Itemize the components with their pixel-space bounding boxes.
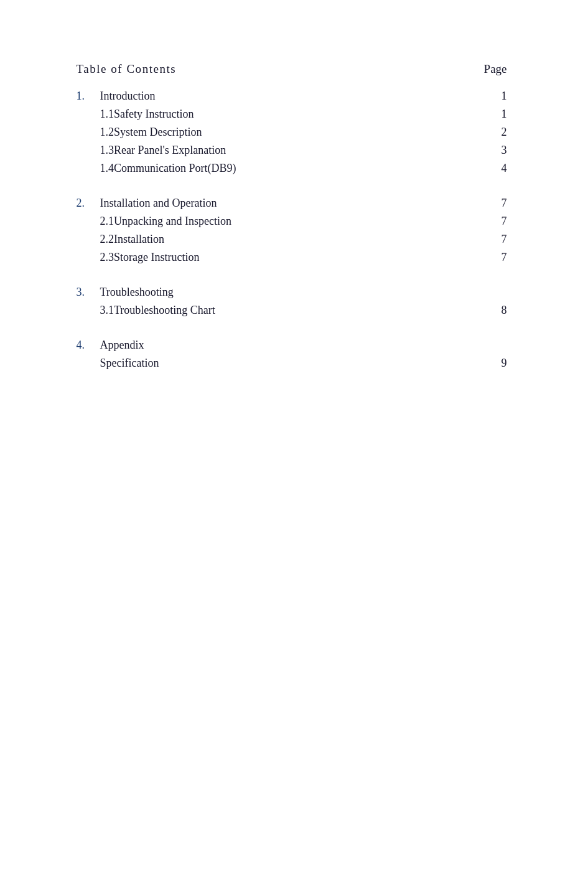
section-1-3: 1.3 Rear Panel's Explanation 3 <box>77 144 512 157</box>
section-1-4-page: 4 <box>493 162 512 175</box>
section-1-2: 1.2 System Description 2 <box>77 126 512 139</box>
section-1-2-title: System Description <box>114 126 493 139</box>
section-3-main: 3. Troubleshooting <box>77 286 512 299</box>
section-1-3-title: Rear Panel's Explanation <box>114 144 493 157</box>
section-3-title: Troubleshooting <box>100 286 493 299</box>
section-4-title: Appendix <box>100 339 493 352</box>
section-2-3-page: 7 <box>493 251 512 264</box>
section-1-3-number: 1.3 <box>77 144 114 157</box>
section-2-number: 2. <box>77 197 100 210</box>
section-1-main: 1. Introduction 1 <box>77 90 512 103</box>
section-2: 2. Installation and Operation 7 2.1 Unpa… <box>77 197 512 264</box>
section-3-1: 3.1 Troubleshooting Chart 8 <box>77 304 512 317</box>
section-3-1-title: Troubleshooting Chart <box>114 304 493 317</box>
section-4-spec-title: Specification <box>100 357 493 370</box>
section-1-1-page: 1 <box>493 108 512 121</box>
section-1: 1. Introduction 1 1.1 Safety Instruction… <box>77 90 512 175</box>
section-2-3: 2.3 Storage Instruction 7 <box>77 251 512 264</box>
section-4: 4. Appendix Specification 9 <box>77 339 512 370</box>
section-2-1: 2.1 Unpacking and Inspection 7 <box>77 215 512 228</box>
section-4-main: 4. Appendix <box>77 339 512 352</box>
section-2-3-title: Storage Instruction <box>114 251 493 264</box>
section-2-1-title: Unpacking and Inspection <box>114 215 493 228</box>
section-2-1-number: 2.1 <box>77 215 114 228</box>
section-4-spec: Specification 9 <box>77 357 512 370</box>
section-2-2-number: 2.2 <box>77 233 114 246</box>
section-2-3-number: 2.3 <box>77 251 114 264</box>
section-2-2-title: Installation <box>114 233 493 246</box>
section-4-number: 4. <box>77 339 100 352</box>
section-1-number: 1. <box>77 90 100 103</box>
section-1-4: 1.4 Communication Port(DB9) 4 <box>77 162 512 175</box>
section-2-2: 2.2 Installation 7 <box>77 233 512 246</box>
section-3-1-page: 8 <box>493 304 512 317</box>
section-1-2-number: 1.2 <box>77 126 114 139</box>
toc-container: Table of Contents Page 1. Introduction 1… <box>77 50 512 370</box>
toc-page-header: Page <box>484 62 512 76</box>
section-1-1-title: Safety Instruction <box>114 108 493 121</box>
toc-title: Table of Contents <box>77 62 177 76</box>
section-1-2-page: 2 <box>493 126 512 139</box>
section-4-spec-page: 9 <box>493 357 512 370</box>
section-1-3-page: 3 <box>493 144 512 157</box>
section-2-page: 7 <box>493 197 512 210</box>
section-3-number: 3. <box>77 286 100 299</box>
section-1-1: 1.1 Safety Instruction 1 <box>77 108 512 121</box>
section-1-page: 1 <box>493 90 512 103</box>
section-2-title: Installation and Operation <box>100 197 493 210</box>
section-3-1-number: 3.1 <box>77 304 114 317</box>
section-1-4-title: Communication Port(DB9) <box>114 162 493 175</box>
section-2-2-page: 7 <box>493 233 512 246</box>
section-3: 3. Troubleshooting 3.1 Troubleshooting C… <box>77 286 512 317</box>
section-1-4-number: 1.4 <box>77 162 114 175</box>
section-1-title: Introduction <box>100 90 493 103</box>
toc-header-row: Table of Contents Page <box>77 62 512 76</box>
section-1-1-number: 1.1 <box>77 108 114 121</box>
section-2-1-page: 7 <box>493 215 512 228</box>
section-2-main: 2. Installation and Operation 7 <box>77 197 512 210</box>
document-page: Table of Contents Page 1. Introduction 1… <box>0 0 588 871</box>
